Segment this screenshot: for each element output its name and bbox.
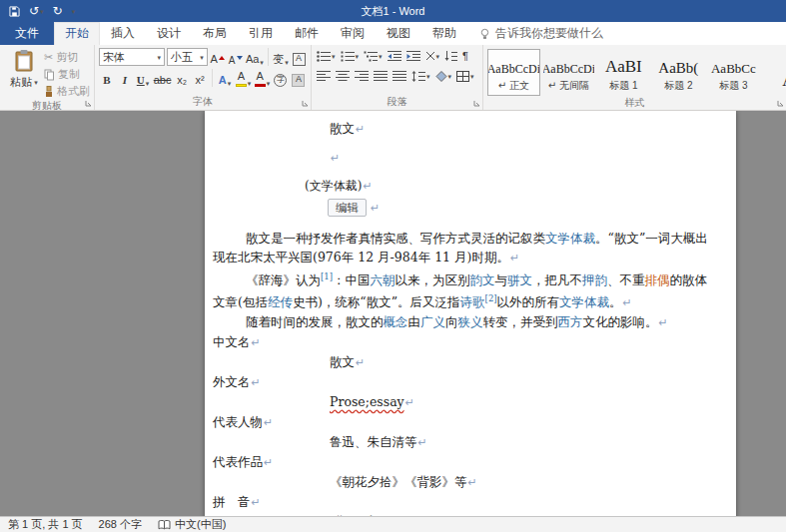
character-shading-button[interactable]: A — [291, 70, 307, 87]
chevron-down-icon: ▾ — [379, 53, 383, 60]
borders-button[interactable]: ▾ — [455, 68, 475, 84]
clipboard-dialog-launcher[interactable] — [85, 100, 92, 107]
tab-file[interactable]: 文件 — [0, 22, 54, 45]
tab-layout[interactable]: 布局 — [192, 22, 238, 45]
font-name-combo[interactable]: 宋体▾ — [99, 48, 165, 66]
styles-dialog-launcher[interactable] — [777, 100, 784, 107]
show-hide-marks-button[interactable]: ¶ — [461, 48, 469, 64]
style-card-normal[interactable]: AaBbCcDi ↵ 正文 — [487, 49, 540, 96]
paragraph-mark: ↵ — [623, 296, 632, 309]
ribbon-home: 粘贴▾ ✂剪切 复制 格式刷 剪贴板 宋体▾ 小五▾ A A Aa▾ — [0, 45, 786, 111]
bold-button[interactable]: B — [99, 70, 115, 87]
tell-me-box[interactable]: 告诉我你想要做什么 — [479, 22, 603, 45]
phonetic-guide-button[interactable]: 变▾ — [273, 49, 289, 66]
align-center-button[interactable] — [335, 68, 351, 84]
link-text[interactable]: 六朝 — [371, 272, 395, 287]
chevron-down-icon: ▾ — [267, 80, 271, 87]
document-page[interactable]: 散文↵ ↵ (文学体裁)↵ 编辑↵ 散文是一种抒发作者真情实感、写作方式灵活的记… — [205, 111, 736, 516]
underline-button[interactable]: U▾ — [135, 70, 151, 87]
font-size-combo[interactable]: 小五▾ — [167, 48, 208, 66]
style-card-heading3[interactable]: AaBbCc 标题 3 — [707, 49, 760, 96]
paragraph-mark: ↵ — [356, 356, 365, 369]
paragraph-dialog-launcher[interactable] — [473, 100, 480, 107]
style-card-heading2[interactable]: AaBb( 标题 2 — [652, 49, 705, 96]
pilcrow-icon: ¶ — [462, 50, 468, 62]
font-dialog-launcher[interactable] — [302, 100, 309, 107]
strikethrough-button[interactable]: abc — [153, 70, 172, 87]
italic-button[interactable]: I — [117, 70, 133, 87]
tab-references[interactable]: 引用 — [238, 22, 284, 45]
copy-button[interactable]: 复制 — [44, 67, 90, 82]
font-color-button[interactable]: A▾ — [254, 70, 271, 87]
link-text[interactable]: 广义 — [420, 314, 445, 329]
asian-layout-button[interactable]: ▾ — [424, 48, 441, 64]
chevron-down-icon: ▾ — [448, 73, 452, 80]
character-border-button[interactable]: A — [291, 49, 307, 66]
tab-mailings[interactable]: 邮件 — [284, 22, 330, 45]
word-count-status[interactable]: 268 个字 — [99, 517, 142, 532]
tab-home[interactable]: 开始 — [54, 22, 100, 45]
link-text[interactable]: 押韵 — [582, 272, 607, 287]
style-card-partial[interactable]: A — [762, 49, 786, 96]
separator — [212, 69, 213, 87]
justify-button[interactable] — [373, 68, 389, 84]
numbering-button[interactable]: ▾ — [340, 48, 361, 64]
redo-button[interactable]: ↻ — [53, 5, 63, 17]
link-text[interactable]: 骈文 — [507, 272, 532, 287]
paragraph-group: ▾ ▾ ▾ ▾ ¶ ▾ ▾ ▾ — [312, 45, 483, 110]
link-text[interactable]: 文学体裁 — [545, 231, 595, 246]
styles-group-label: 样式 — [487, 96, 782, 110]
superscript-button[interactable]: x² — [192, 70, 208, 87]
language-status[interactable]: 中文(中国) — [158, 517, 226, 532]
highlight-color-button[interactable]: A▾ — [235, 70, 252, 87]
paragraph-mark: ↵ — [331, 152, 340, 165]
tab-design[interactable]: 设计 — [146, 22, 192, 45]
edit-button[interactable]: 编辑 — [328, 199, 367, 217]
tab-insert[interactable]: 插入 — [100, 22, 146, 45]
paragraph-mark: ↵ — [659, 316, 668, 329]
paragraph-group-label: 段落 — [316, 94, 478, 110]
reference-link[interactable]: [2] — [485, 293, 497, 303]
text-effects-button[interactable]: A▾ — [217, 70, 233, 87]
link-text[interactable]: 排偶 — [645, 272, 670, 287]
enclose-characters-button[interactable]: 字 — [273, 70, 289, 87]
change-case-button[interactable]: Aa▾ — [246, 49, 264, 66]
increase-indent-button[interactable] — [405, 48, 421, 64]
link-text[interactable]: 西方 — [558, 314, 583, 329]
paragraph-mark: ↵ — [363, 180, 372, 193]
tab-review[interactable]: 审阅 — [330, 22, 376, 45]
align-right-button[interactable] — [354, 68, 370, 84]
page-number-status[interactable]: 第 1 页, 共 1 页 — [8, 517, 83, 532]
distribute-button[interactable] — [392, 68, 407, 84]
customize-qat-button[interactable]: ▾ — [72, 8, 76, 15]
undo-button[interactable]: ↺▾ — [29, 5, 44, 17]
multilevel-list-button[interactable]: ▾ — [363, 48, 384, 64]
paste-button[interactable]: 粘贴▾ — [4, 48, 44, 99]
format-painter-button[interactable]: 格式刷 — [44, 84, 90, 99]
align-left-button[interactable] — [316, 68, 332, 84]
link-text[interactable]: 概念 — [384, 314, 408, 329]
link-text[interactable]: 韵文 — [470, 272, 495, 287]
chevron-down-icon: ▾ — [72, 8, 76, 15]
bullets-button[interactable]: ▾ — [316, 48, 337, 64]
link-text[interactable]: 诗歌 — [460, 294, 485, 309]
subscript-button[interactable]: x₂ — [174, 70, 190, 87]
style-card-no-spacing[interactable]: AaBbCcDi ↵ 无间隔 — [542, 49, 595, 96]
grow-font-button[interactable]: A — [210, 49, 226, 66]
link-text[interactable]: 文学体裁 — [559, 294, 609, 309]
link-text[interactable]: 狭义 — [458, 314, 483, 329]
line-spacing-button[interactable]: ▾ — [410, 68, 431, 84]
reference-link[interactable]: [1] — [321, 271, 333, 281]
doc-subtitle: (文学体裁) — [305, 179, 362, 193]
shrink-font-button[interactable]: A — [228, 49, 244, 66]
link-text[interactable]: 经传 — [268, 294, 293, 309]
paragraph-mark: ↵ — [252, 336, 261, 349]
tab-help[interactable]: 帮助 — [421, 22, 467, 45]
tab-view[interactable]: 视图 — [376, 22, 421, 45]
shading-button[interactable]: ▾ — [434, 68, 453, 84]
cut-button[interactable]: ✂剪切 — [44, 50, 90, 65]
style-card-heading1[interactable]: AaBI 标题 1 — [597, 49, 650, 96]
save-button[interactable] — [9, 6, 20, 17]
sort-button[interactable] — [443, 48, 458, 64]
decrease-indent-button[interactable] — [387, 48, 402, 64]
